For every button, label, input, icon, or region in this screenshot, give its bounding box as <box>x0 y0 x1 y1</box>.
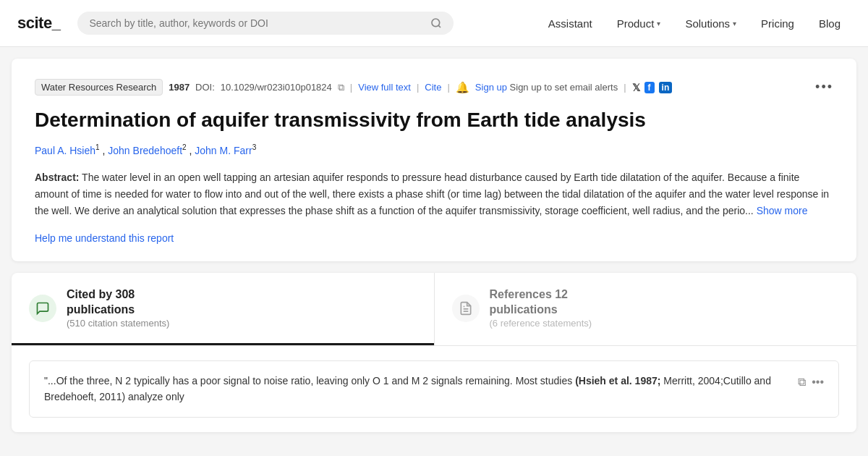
separator: | <box>447 82 449 93</box>
chat-bubble-icon <box>35 301 50 316</box>
bell-icon: 🔔 <box>456 81 469 94</box>
logo: scite_ <box>17 14 60 33</box>
quote-citation: (Hsieh et al. 1987; <box>575 375 660 387</box>
nav-blog[interactable]: Blog <box>809 12 851 35</box>
journal-badge: Water Resources Research <box>35 79 163 96</box>
doi-label: DOI: <box>195 82 215 93</box>
references-icon <box>452 295 480 322</box>
show-more-link[interactable]: Show more <box>757 205 808 216</box>
separator: | <box>624 82 626 93</box>
doi-value: 10.1029/wr023i010p01824 <box>221 82 332 93</box>
references-main-text: References 12 publications <box>490 287 840 318</box>
search-bar[interactable] <box>77 12 454 35</box>
cited-by-main-text: Cited by 308 publications <box>67 287 417 318</box>
article-meta-row: Water Resources Research 1987 DOI: 10.10… <box>35 79 833 96</box>
linkedin-icon[interactable]: in <box>659 82 673 93</box>
social-icons: 𝕏 f in <box>632 82 673 93</box>
nav-pricing[interactable]: Pricing <box>751 12 804 35</box>
separator: | <box>417 82 419 93</box>
quote-opening: "...Of the three, N 2 typically has a po… <box>44 375 575 387</box>
quote-card: "...Of the three, N 2 typically has a po… <box>29 360 839 418</box>
copy-icon[interactable]: ⧉ <box>338 82 344 93</box>
main-content: Water Resources Research 1987 DOI: 10.10… <box>0 47 868 444</box>
facebook-icon[interactable]: f <box>644 82 655 93</box>
cite-link[interactable]: Cite <box>425 82 441 93</box>
separator: | <box>350 82 352 93</box>
nav-product[interactable]: Product ▾ <box>607 12 671 35</box>
search-input[interactable] <box>89 17 425 29</box>
chevron-down-icon: ▾ <box>657 20 660 28</box>
svg-point-0 <box>432 19 440 27</box>
search-icon <box>430 17 442 29</box>
references-tab[interactable]: References 12 publications (6 reference … <box>435 273 857 345</box>
article-card: Water Resources Research 1987 DOI: 10.10… <box>12 59 856 261</box>
article-abstract: Abstract: The water level in an open wel… <box>35 169 833 219</box>
quote-text: "...Of the three, N 2 typically has a po… <box>44 373 789 405</box>
more-options-button[interactable]: ••• <box>815 80 833 95</box>
twitter-icon[interactable]: 𝕏 <box>632 82 640 93</box>
abstract-text: The water level in an open well tapping … <box>35 172 829 216</box>
author-2-link[interactable]: John Bredehoeft <box>108 145 182 156</box>
citations-panel: Cited by 308 publications (510 citation … <box>12 273 856 431</box>
quote-section: "...Of the three, N 2 typically has a po… <box>12 346 856 432</box>
author-2-sup: 2 <box>182 143 187 151</box>
cited-by-stats: (510 citation statements) <box>67 318 417 329</box>
svg-line-1 <box>438 25 441 28</box>
nav-assistant[interactable]: Assistant <box>538 12 603 35</box>
cited-by-info: Cited by 308 publications (510 citation … <box>67 287 417 329</box>
author-1-link[interactable]: Paul A. Hsieh <box>35 145 95 156</box>
quote-actions: ⧉ ••• <box>798 373 824 392</box>
article-year: 1987 <box>169 82 190 93</box>
author-3-link[interactable]: John M. Farr <box>195 145 252 156</box>
cited-by-icon <box>29 295 56 322</box>
more-quote-options-button[interactable]: ••• <box>812 373 824 392</box>
references-stats: (6 reference statements) <box>490 318 840 329</box>
header: scite_ Assistant Product ▾ Solutions ▾ P… <box>0 0 868 47</box>
document-icon <box>459 301 473 316</box>
view-full-text-link[interactable]: View full text <box>358 82 411 93</box>
help-understand-link[interactable]: Help me understand this report <box>35 232 174 244</box>
citations-tabs: Cited by 308 publications (510 citation … <box>12 273 856 346</box>
chevron-down-icon: ▾ <box>733 20 736 28</box>
references-info: References 12 publications (6 reference … <box>490 287 840 329</box>
article-authors: Paul A. Hsieh1 , John Bredehoeft2 , John… <box>35 143 833 156</box>
copy-quote-button[interactable]: ⧉ <box>798 373 806 392</box>
author-3-sup: 3 <box>252 143 257 151</box>
abstract-label: Abstract: <box>35 172 79 183</box>
article-title: Determination of aquifer transmissivity … <box>35 107 833 133</box>
nav-solutions[interactable]: Solutions ▾ <box>675 12 746 35</box>
alert-text: Sign up Sign up to set email alerts <box>475 82 618 93</box>
main-nav: Assistant Product ▾ Solutions ▾ Pricing … <box>538 12 851 35</box>
author-1-sup: 1 <box>95 143 100 151</box>
sign-up-link[interactable]: Sign up <box>475 82 507 93</box>
cited-by-tab[interactable]: Cited by 308 publications (510 citation … <box>12 273 434 345</box>
